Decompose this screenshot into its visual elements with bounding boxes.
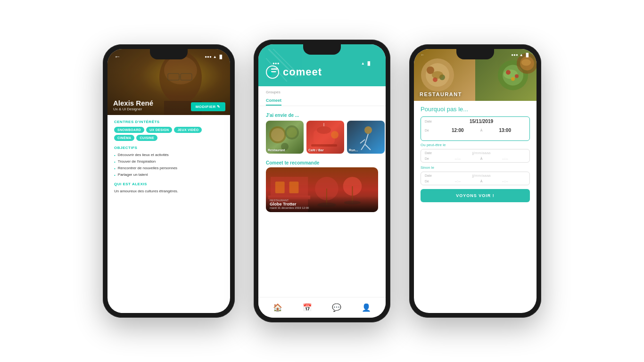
de-label-1: De	[425, 129, 435, 132]
date-label-1: Date	[425, 120, 435, 123]
bottom-nav: 🏠 📅 💬 👤	[258, 297, 386, 318]
phone3-back[interactable]: ←	[421, 53, 424, 57]
logo-meet: meet	[296, 66, 322, 78]
recommend-date: mardi 31 décembre 2019 12:00	[270, 206, 374, 209]
user-name: Alexis René	[113, 99, 153, 107]
objective-3: • Rencontrer de nouvelles personnes	[114, 166, 223, 171]
tag-cinema: CINÉMA	[114, 135, 134, 141]
time-from-1[interactable]: 12:00	[437, 126, 479, 135]
option2-time-to[interactable]: --:--	[484, 156, 526, 161]
svg-point-14	[271, 128, 284, 141]
nav-chat-icon[interactable]: 💬	[332, 303, 341, 312]
option3-time-to[interactable]: --:--	[484, 179, 526, 183]
objectives-title: OBJECTIFS	[114, 146, 223, 150]
option3-a-label: À	[480, 180, 483, 183]
recommend-heading: Comeet te recommande	[258, 158, 386, 167]
phone-1-screen: ← ●●● ▲ ▐▌ Alexis René Ux & Ui Designer …	[107, 49, 230, 313]
nav-profile-icon[interactable]: 👤	[362, 303, 371, 312]
recommend-name: Globe Trotter	[270, 202, 374, 206]
nav-home-icon[interactable]: 🏠	[273, 303, 282, 312]
objective-text-4: Partager un talent	[118, 173, 148, 177]
logo-text: comeet	[283, 66, 322, 78]
option2-date-label: Date	[425, 151, 435, 155]
svg-point-23	[364, 126, 372, 134]
pourquoi-title: Pourquoi pas le...	[421, 106, 530, 113]
option2-time-row: De --:-- À --:--	[425, 156, 526, 161]
option3-block: Date jj/mm/aaaa De --:-- À --:--	[421, 172, 530, 185]
comeet-logo-icon	[266, 66, 279, 79]
who-title: QUI EST ALEXIS	[114, 182, 223, 186]
option2-block: Date jj/mm/aaaa De --:-- À --:--	[421, 149, 530, 163]
option2-date-row: Date jj/mm/aaaa	[425, 151, 526, 155]
option3-date-row: Date jj/mm/aaaa	[425, 173, 526, 178]
time-row-1: De 12:00 À 13:00	[425, 126, 526, 135]
groupes-label: Groupes	[258, 86, 386, 95]
option3-time-row: De --:-- À --:--	[425, 179, 526, 183]
activity-card-restaurant[interactable]: Restaurant	[266, 121, 304, 154]
phones-container: ← ●●● ▲ ▐▌ Alexis René Ux & Ui Designer …	[84, 21, 560, 341]
notch-3	[456, 49, 494, 59]
svg-point-50	[511, 77, 515, 81]
objective-4: • Partager un talent	[114, 173, 223, 177]
phone-3-screen: ← ●●● ▲ ▐▌ RESTAURANT Pourquoi pas le...…	[414, 49, 537, 313]
back-icon[interactable]: ←	[114, 53, 121, 60]
user-info: Alexis René Ux & Ui Designer	[113, 99, 153, 111]
phone3-content: Pourquoi pas le... Date 15/11/2019 De 12…	[414, 101, 537, 207]
interests-title: CENTRES D'INTÉRÊTS	[114, 120, 223, 124]
activity-card-run[interactable]: Run...	[347, 121, 385, 154]
svg-line-27	[365, 144, 371, 150]
phone-1: ← ●●● ▲ ▐▌ Alexis René Ux & Ui Designer …	[103, 44, 235, 318]
option2-a-label: À	[480, 157, 483, 160]
svg-point-44	[432, 71, 443, 79]
option2-section: Ou peut-être le Date jj/mm/aaaa De --:--…	[421, 143, 530, 163]
objectives-list: • Découvrir des lieux et activités • Tro…	[114, 153, 223, 177]
who-text: Un amoureux des cultures étrangères.	[114, 189, 223, 193]
nav-calendar-icon[interactable]: 📅	[303, 303, 312, 312]
option3-section: Sinon le Date jj/mm/aaaa De --:-- À --:-…	[421, 165, 530, 185]
phone2-content: Groupes Comeet J'ai envie de ...	[258, 86, 386, 308]
bullet-4: •	[114, 173, 116, 177]
objective-text-2: Trouver de l'inspiration	[118, 159, 156, 164]
tab-comeet[interactable]: Comeet	[266, 96, 281, 106]
bullet-1: •	[114, 153, 116, 157]
option3-time-from[interactable]: --:--	[437, 179, 479, 183]
user-title: Ux & Ui Designer	[113, 107, 153, 111]
a-label-1: À	[480, 129, 483, 132]
logo-co: co	[283, 66, 296, 78]
phone-2-screen: ●●● ▲ ▐▌	[258, 44, 386, 318]
recommend-card[interactable]: Restaurant Globe Trotter mardi 31 décemb…	[266, 167, 378, 212]
bullet-2: •	[114, 160, 116, 164]
time-to-1[interactable]: 13:00	[484, 126, 526, 135]
svg-point-49	[515, 74, 519, 78]
option3-date-label: Date	[425, 174, 435, 177]
voyons-button[interactable]: VOYONS VOIR !	[421, 189, 530, 202]
svg-point-16	[287, 127, 297, 138]
notch-2	[303, 44, 341, 55]
tab-bar: Comeet	[258, 95, 386, 106]
objective-2: • Trouver de l'inspiration	[114, 159, 223, 164]
option3-de-label: De	[425, 180, 435, 183]
phone1-content: CENTRES D'INTÉRÊTS SNOWBOARD UX DESIGN J…	[107, 115, 230, 198]
tag-cuisine: CUISINE	[136, 135, 157, 141]
status-icons: ●●● ▲ ▐▌	[205, 53, 223, 60]
option2-date-input[interactable]: jj/mm/aaaa	[437, 151, 526, 155]
option3-title: Sinon le	[421, 165, 530, 170]
svg-line-24	[365, 134, 368, 144]
phone-3: ← ●●● ▲ ▐▌ RESTAURANT Pourquoi pas le...…	[409, 44, 541, 318]
objective-text-1: Découvrir des lieux et activités	[118, 153, 169, 157]
modify-button[interactable]: MODIFIER ✎	[191, 102, 225, 111]
date-value[interactable]: 15/11/2019	[437, 119, 526, 124]
date-row-1: Date 15/11/2019	[425, 119, 526, 124]
svg-point-19	[317, 126, 331, 134]
svg-point-48	[506, 70, 511, 75]
svg-rect-22	[311, 144, 337, 147]
svg-rect-30	[275, 181, 285, 193]
tags-container: SNOWBOARD UX DESIGN JEUX VIDÉO CINÉMA CU…	[114, 127, 223, 141]
restaurant-label: RESTAURANT	[420, 91, 462, 97]
envie-heading: J'ai envie de ...	[258, 110, 386, 121]
option2-de-label: De	[425, 157, 435, 160]
option3-date-input[interactable]: jj/mm/aaaa	[437, 173, 526, 178]
option2-time-from[interactable]: --:--	[437, 156, 479, 161]
card-label-cafe: Café / Bar	[308, 148, 324, 152]
activity-card-cafe[interactable]: Café / Bar	[306, 121, 344, 154]
